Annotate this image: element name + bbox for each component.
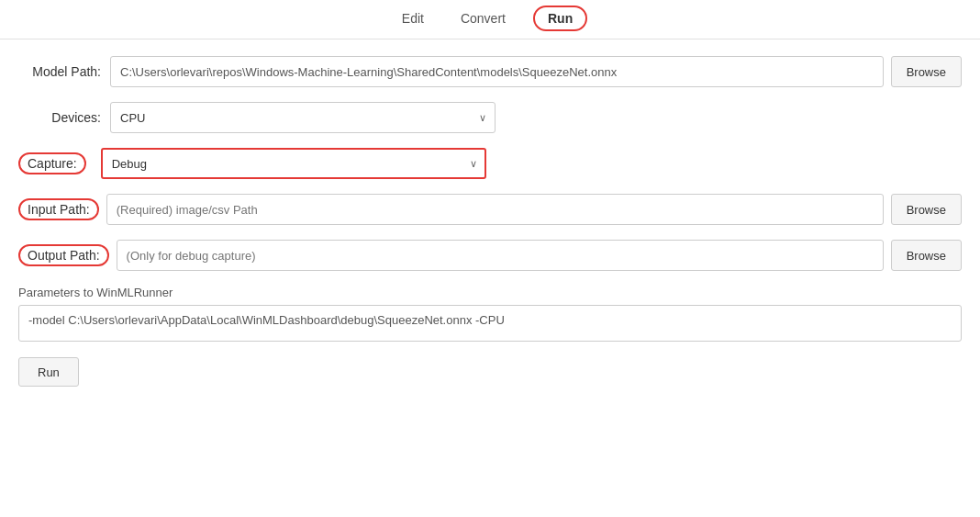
capture-select[interactable]: Debug Release None [101, 148, 486, 179]
devices-row: Devices: CPU GPU DirectML ∨ [18, 102, 962, 133]
model-path-row: Model Path: Browse [18, 56, 962, 87]
input-path-input[interactable] [106, 194, 884, 225]
devices-select[interactable]: CPU GPU DirectML [110, 102, 496, 133]
nav-edit[interactable]: Edit [393, 7, 433, 29]
parameters-section-label: Parameters to WinMLRunner [18, 286, 962, 299]
nav-convert[interactable]: Convert [451, 7, 515, 29]
input-path-browse-button[interactable]: Browse [891, 194, 962, 225]
devices-label: Devices: [18, 110, 110, 125]
model-path-input[interactable] [110, 56, 884, 87]
run-button[interactable]: Run [18, 357, 79, 387]
output-path-row: Output Path: Browse [18, 240, 962, 271]
capture-label: Capture: [18, 152, 86, 174]
devices-select-wrapper: CPU GPU DirectML ∨ [110, 102, 496, 133]
top-navigation: Edit Convert Run [0, 0, 980, 39]
output-path-label: Output Path: [18, 244, 109, 266]
output-path-browse-button[interactable]: Browse [891, 240, 962, 271]
input-path-label: Input Path: [18, 198, 99, 220]
parameters-section: Parameters to WinMLRunner [18, 286, 962, 344]
main-content: Model Path: Browse Devices: CPU GPU Dire… [0, 39, 980, 405]
model-path-browse-button[interactable]: Browse [891, 56, 962, 87]
parameters-textarea[interactable] [18, 305, 962, 342]
nav-run[interactable]: Run [533, 6, 587, 31]
output-path-input[interactable] [117, 240, 884, 271]
model-path-label: Model Path: [18, 64, 110, 79]
capture-row: Capture: Debug Release None ∨ [18, 148, 962, 179]
input-path-row: Input Path: Browse [18, 194, 962, 225]
capture-select-wrapper: Debug Release None ∨ [101, 148, 486, 179]
